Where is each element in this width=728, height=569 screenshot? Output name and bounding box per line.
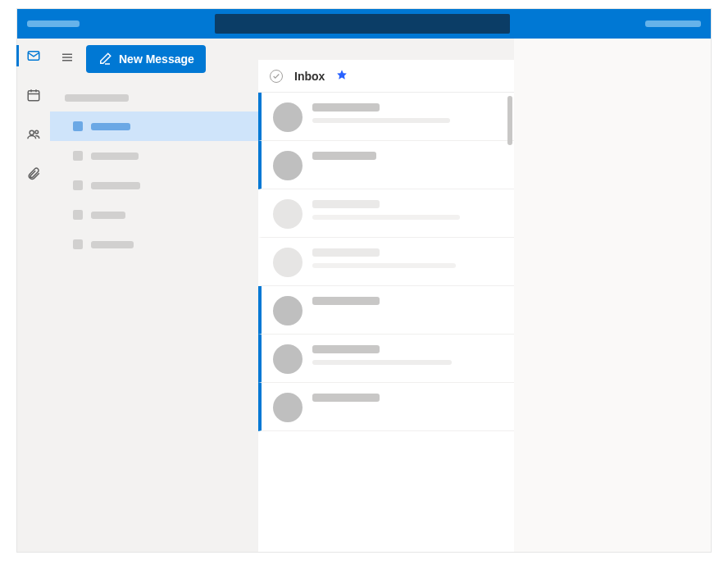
folder-icon [73,151,83,161]
message-item[interactable] [258,93,514,141]
folder-item[interactable] [50,112,258,141]
search-bar-placeholder[interactable] [215,14,510,34]
message-text [312,198,503,229]
compose-icon [98,52,112,66]
app-launcher-placeholder[interactable] [27,20,80,27]
people-icon [26,127,41,142]
folder-label-placeholder [91,152,139,160]
hamburger-toggle[interactable] [60,50,75,68]
message-item[interactable] [258,141,514,189]
folder-item[interactable] [50,171,258,200]
avatar [273,344,303,374]
select-all-toggle[interactable] [270,70,283,83]
sender-placeholder [312,345,380,353]
folder-label-placeholder [91,212,125,219]
account-name-placeholder [65,94,129,102]
message-item[interactable] [258,238,514,286]
folder-label-placeholder [91,123,130,130]
folder-icon [73,210,83,220]
message-text [312,149,503,180]
message-text [312,101,503,132]
favorite-star-icon[interactable] [336,69,348,84]
preview-placeholder [312,263,456,268]
folder-icon [73,180,83,190]
message-item[interactable] [258,383,514,431]
preview-placeholder [312,118,450,123]
title-left [27,20,80,27]
content-area: New Message Inbox [17,39,711,552]
folder-icon [73,239,83,249]
message-text [312,343,503,374]
account-label[interactable] [50,80,258,112]
app-frame: New Message Inbox [16,8,712,553]
message-item[interactable] [258,286,514,335]
rail-calendar[interactable] [17,84,50,106]
svg-point-5 [30,130,34,134]
title-bar [17,9,711,39]
rail-mail[interactable] [16,45,49,66]
message-list-panel: Inbox [258,60,514,552]
sender-placeholder [312,248,380,257]
avatar [273,296,303,325]
folder-label-placeholder [91,182,140,189]
avatar [273,199,303,229]
preview-placeholder [312,360,452,365]
new-message-label: New Message [119,52,194,66]
account-placeholder[interactable] [645,20,701,27]
sidebar-top: New Message [50,39,258,80]
message-item[interactable] [258,335,514,383]
mail-icon [26,48,41,63]
avatar [273,151,303,180]
menu-icon [60,50,75,65]
reading-pane [514,39,711,552]
rail-files[interactable] [17,163,50,184]
nav-rail [17,39,50,552]
rail-people[interactable] [17,124,50,145]
message-item[interactable] [258,189,514,238]
avatar [273,248,303,277]
folder-title: Inbox [294,70,325,83]
folder-item[interactable] [50,230,258,259]
check-icon [272,72,280,80]
message-text [312,294,503,325]
scrollbar-thumb[interactable] [507,96,512,145]
folder-item[interactable] [50,141,258,171]
svg-point-6 [35,130,39,134]
message-list-header: Inbox [258,60,514,93]
folder-item[interactable] [50,200,258,230]
svg-marker-10 [338,70,348,80]
message-list [258,93,514,552]
folder-label-placeholder [91,241,134,248]
message-text [312,391,503,422]
folder-list [50,112,258,259]
message-text [312,246,503,277]
sender-placeholder [312,200,380,208]
sender-placeholder [312,394,380,402]
folder-sidebar: New Message [50,39,258,552]
title-right [645,20,701,27]
avatar [273,393,303,422]
sender-placeholder [312,297,380,305]
sender-placeholder [312,152,376,160]
attachment-icon [26,166,41,181]
calendar-icon [26,88,41,102]
new-message-button[interactable]: New Message [86,45,206,73]
preview-placeholder [312,215,460,220]
folder-icon [73,121,83,131]
message-scroll-region[interactable] [258,93,514,552]
avatar [273,102,303,132]
svg-rect-1 [28,91,39,101]
sender-placeholder [312,103,380,112]
